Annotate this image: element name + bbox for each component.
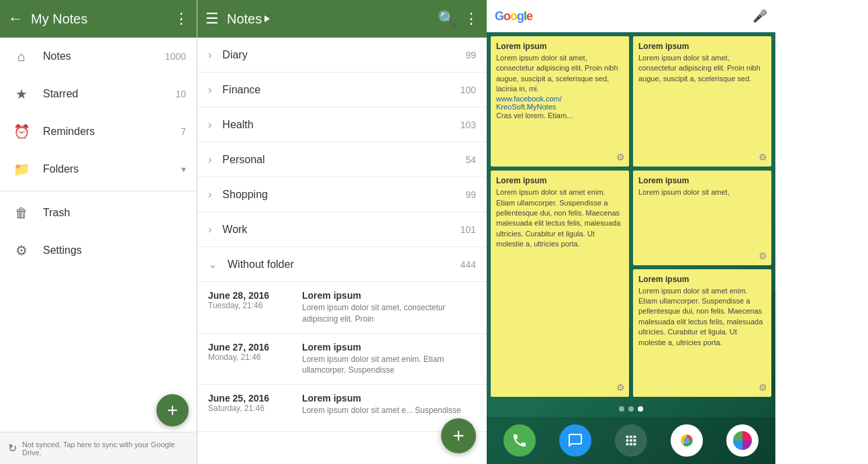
dot-1 xyxy=(619,406,624,412)
sync-icon: ↻ xyxy=(8,442,17,455)
note-settings-icon[interactable]: ⚙ xyxy=(759,152,767,163)
folder-name-shopping: Shopping xyxy=(222,189,465,201)
nav-item-reminders[interactable]: ⏰ Reminders 7 xyxy=(0,113,197,150)
note-card-text: Lorem ipsum dolor sit amet, xyxy=(638,187,766,197)
left-header-title: My Notes xyxy=(31,11,166,27)
add-note-fab-middle[interactable]: + xyxy=(441,418,476,453)
chevron-down-icon: ▾ xyxy=(181,164,186,175)
chevron-right-icon: › xyxy=(208,189,211,201)
note-card-3[interactable]: Lorem ipsum Lorem ipsum dolor sit amet e… xyxy=(491,171,629,397)
note-settings-icon[interactable]: ⚙ xyxy=(759,250,767,261)
note-card-4[interactable]: Lorem ipsum Lorem ipsum dolor sit amet, … xyxy=(633,171,771,265)
folder-row-work[interactable]: › Work 101 xyxy=(197,212,487,247)
middle-header-title: Notes xyxy=(227,11,430,27)
note-card-title: Lorem ipsum xyxy=(638,176,766,185)
note-preview-col: Lorem ipsum Lorem ipsum dolor sit amet e… xyxy=(302,393,476,416)
nav-label-folders: Folders xyxy=(43,163,176,175)
nav-count-notes: 1000 xyxy=(165,51,186,62)
right-panel: Google 🎤 Lorem ipsum Lorem ipsum dolor s… xyxy=(487,0,775,464)
home-icon: ⌂ xyxy=(11,49,32,64)
note-card-2[interactable]: Lorem ipsum Lorem ipsum dolor sit amet, … xyxy=(633,36,771,167)
folder-name-finance: Finance xyxy=(222,84,460,96)
nav-item-settings[interactable]: ⚙ Settings xyxy=(0,232,197,269)
note-card-title: Lorem ipsum xyxy=(638,42,766,51)
folder-row-health[interactable]: › Health 103 xyxy=(197,107,487,142)
folder-count-work: 101 xyxy=(461,224,476,235)
note-settings-icon[interactable]: ⚙ xyxy=(616,152,625,163)
folder-row-personal[interactable]: › Personal 54 xyxy=(197,142,487,177)
chat-app-icon[interactable] xyxy=(559,424,591,457)
nav-label-starred: Starred xyxy=(43,88,175,100)
folder-name-without: Without folder xyxy=(228,259,461,271)
back-icon[interactable]: ← xyxy=(8,10,23,28)
folder-count-personal: 54 xyxy=(465,154,476,165)
note-snippet: Lorem ipsum dolor sit amet enim. Etiam u… xyxy=(302,354,476,377)
nav-item-trash[interactable]: 🗑 Trash xyxy=(0,194,197,232)
folder-row-without[interactable]: ⌄ Without folder 444 xyxy=(197,247,487,282)
apps-grid-icon[interactable] xyxy=(615,424,647,457)
notes-grid: Lorem ipsum Lorem ipsum dolor sit amet, … xyxy=(487,32,775,401)
svg-point-4 xyxy=(685,438,689,443)
nav-label-settings: Settings xyxy=(43,244,186,257)
nav-item-starred[interactable]: ★ Starred 10 xyxy=(0,75,197,113)
note-date-col: June 27, 2016 Monday, 21:46 xyxy=(208,342,302,362)
folder-name-diary: Diary xyxy=(222,49,465,61)
more-options-icon[interactable]: ⋮ xyxy=(464,10,479,28)
left-panel: ← My Notes ⋮ ⌂ Notes 1000 ★ Starred 10 ⏰… xyxy=(0,0,197,464)
note-entry-0[interactable]: June 28, 2016 Tuesday, 21:46 Lorem ipsum… xyxy=(197,282,487,334)
folder-name-work: Work xyxy=(222,224,460,236)
note-date: June 25, 2016 xyxy=(208,393,302,404)
note-entry-1[interactable]: June 27, 2016 Monday, 21:46 Lorem ipsum … xyxy=(197,334,487,385)
microphone-icon[interactable]: 🎤 xyxy=(753,9,767,24)
google-search-bar[interactable]: Google 🎤 xyxy=(487,0,775,32)
chevron-right-icon: › xyxy=(208,84,211,96)
note-settings-icon[interactable]: ⚙ xyxy=(616,382,625,393)
note-card-title: Lorem ipsum xyxy=(638,275,766,284)
chevron-right-icon: › xyxy=(208,119,211,131)
add-note-fab[interactable]: + xyxy=(156,394,189,426)
reminder-icon: ⏰ xyxy=(11,124,32,140)
note-entry-2[interactable]: June 25, 2016 Saturday, 21:46 Lorem ipsu… xyxy=(197,385,487,432)
more-options-icon[interactable]: ⋮ xyxy=(174,10,189,28)
gallery-app-icon[interactable] xyxy=(726,424,759,457)
note-card-title: Lorem ipsum xyxy=(496,176,624,185)
folder-count-finance: 100 xyxy=(461,85,476,95)
chevron-right-icon: › xyxy=(208,154,211,166)
folder-row-shopping[interactable]: › Shopping 99 xyxy=(197,177,487,212)
note-time: Saturday, 21:46 xyxy=(208,404,302,413)
folder-count-without: 444 xyxy=(461,259,476,270)
chevron-right-icon: › xyxy=(208,49,211,61)
nav-divider xyxy=(0,191,197,191)
sync-bar[interactable]: ↻ Not synced. Tap here to sync with your… xyxy=(0,432,197,464)
menu-icon[interactable]: ☰ xyxy=(205,10,219,28)
note-settings-icon[interactable]: ⚙ xyxy=(759,382,767,393)
nav-item-folders[interactable]: 📁 Folders ▾ xyxy=(0,150,197,188)
note-card-text: Lorem ipsum dolor sit amet enim. Etiam u… xyxy=(496,187,624,249)
nav-count-reminders: 7 xyxy=(181,126,186,137)
dot-2 xyxy=(628,406,634,412)
note-card-text: Lorem ipsum dolor sit amet enim. Etiam u… xyxy=(638,286,766,348)
dropdown-triangle-icon xyxy=(264,15,270,22)
phone-app-icon[interactable] xyxy=(503,424,536,457)
chevron-right-icon: › xyxy=(208,224,211,236)
folder-row-diary[interactable]: › Diary 99 xyxy=(197,38,487,73)
note-date: June 27, 2016 xyxy=(208,342,302,353)
chevron-down-icon: ⌄ xyxy=(208,258,217,271)
note-card-title: Lorem ipsum xyxy=(496,42,624,51)
note-card-1[interactable]: Lorem ipsum Lorem ipsum dolor sit amet, … xyxy=(491,36,629,167)
middle-panel: ☰ Notes 🔍 ⋮ › Diary 99 › Finance 100 › H… xyxy=(197,0,487,464)
nav-count-starred: 10 xyxy=(175,89,186,99)
note-card-5[interactable]: Lorem ipsum Lorem ipsum dolor sit amet e… xyxy=(633,269,771,397)
note-time: Tuesday, 21:46 xyxy=(208,301,302,310)
note-date: June 28, 2016 xyxy=(208,290,302,301)
trash-icon: 🗑 xyxy=(11,205,32,221)
dot-3-active xyxy=(638,406,643,412)
star-icon: ★ xyxy=(11,86,32,102)
folder-row-finance[interactable]: › Finance 100 xyxy=(197,73,487,107)
nav-item-notes[interactable]: ⌂ Notes 1000 xyxy=(0,38,197,75)
search-icon[interactable]: 🔍 xyxy=(438,10,456,28)
chrome-app-icon[interactable] xyxy=(671,424,703,457)
note-date-col: June 28, 2016 Tuesday, 21:46 xyxy=(208,290,302,310)
note-date-col: June 25, 2016 Saturday, 21:46 xyxy=(208,393,302,413)
note-card-text: Lorem ipsum dolor sit amet, consectetur … xyxy=(496,53,624,95)
